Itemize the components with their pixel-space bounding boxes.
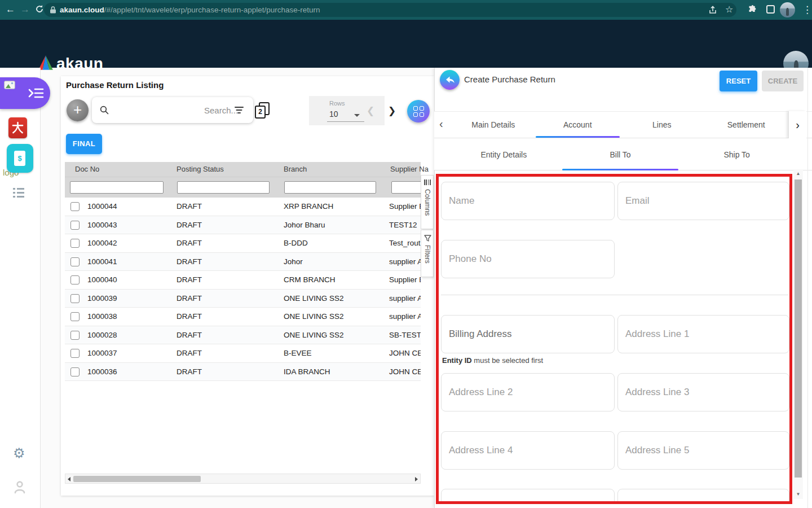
tab-lines[interactable]: Lines	[620, 112, 704, 138]
row-checkbox[interactable]	[70, 257, 80, 266]
subtab-entity-details[interactable]: Entity Details	[445, 139, 562, 170]
url-bar[interactable]: akaun.cloud/#/applet/tnt/wavelet/erp/pur…	[44, 3, 736, 17]
columns-side-tab[interactable]: Columns	[421, 175, 434, 229]
address-line-3-field[interactable]: Address Line 3	[617, 373, 789, 411]
row-checkbox[interactable]	[70, 312, 80, 321]
billing-address-label: Billing Address	[449, 329, 512, 340]
filter-input-branch[interactable]	[284, 181, 376, 194]
billing-address-field[interactable]: Billing Address	[441, 315, 615, 353]
row-checkbox[interactable]	[70, 221, 80, 230]
pages-copy-icon[interactable]: 2	[255, 102, 271, 120]
filters-side-tab[interactable]: Filters	[421, 230, 434, 277]
filter-list-icon[interactable]	[234, 107, 244, 113]
address-line-4-field[interactable]: Address Line 4	[441, 431, 615, 470]
table-row[interactable]: 1000044 DRAFT XRP BRANCH Supplier B	[65, 198, 421, 216]
cell-doc-no: 1000040	[87, 275, 117, 284]
back-button[interactable]	[440, 70, 460, 90]
table-row[interactable]: 1000028 DRAFT ONE LIVING SS2 SB-TEST2	[65, 326, 421, 345]
horizontal-scrollbar-thumb[interactable]	[73, 476, 201, 482]
browser-menu-dots-icon[interactable]: ⋮	[802, 4, 812, 16]
menu-open-icon[interactable]	[28, 87, 44, 99]
address-line-2-field[interactable]: Address Line 2	[441, 373, 615, 411]
table-row[interactable]: 1000041 DRAFT Johor supplier AA	[65, 253, 421, 271]
vertical-scrollbar[interactable]: ▲ ▼	[793, 169, 803, 499]
final-filter-button[interactable]: FINAL	[66, 134, 102, 154]
address-line-2-label: Address Line 2	[449, 387, 513, 398]
cell-supplier-name: supplier AA	[389, 312, 421, 321]
column-header-doc-no[interactable]: Doc No	[75, 165, 99, 173]
column-header-posting-status[interactable]: Posting Status	[176, 165, 224, 173]
row-checkbox[interactable]	[70, 367, 80, 376]
filter-input-doc-no[interactable]	[70, 181, 164, 194]
row-checkbox[interactable]	[70, 331, 80, 340]
table-row[interactable]: 1000039 DRAFT ONE LIVING SS2 supplier AA	[65, 290, 421, 308]
page-next-icon[interactable]: ❯	[388, 105, 396, 117]
browser-profile-avatar[interactable]	[780, 2, 795, 17]
rows-dropdown-caret-icon[interactable]	[354, 114, 360, 117]
sidebar-app-icon-red[interactable]	[8, 117, 27, 138]
share-icon[interactable]	[708, 6, 717, 15]
row-checkbox[interactable]	[70, 275, 80, 284]
filter-input-supplier-name[interactable]	[391, 181, 421, 194]
table-row[interactable]: 1000037 DRAFT B-EVEE JOHN CENA	[65, 344, 421, 363]
sidebar-list-icon[interactable]	[13, 188, 25, 200]
tabs-scroll-left-icon[interactable]: ‹	[439, 117, 443, 130]
create-button-disabled[interactable]: CREATE	[762, 71, 804, 91]
scroll-down-icon[interactable]: ▼	[793, 490, 803, 499]
row-checkbox[interactable]	[70, 239, 80, 248]
row-checkbox[interactable]	[70, 294, 80, 303]
sidebar-app-icon-billing[interactable]: $	[7, 144, 33, 173]
clipped-field-right[interactable]	[617, 489, 789, 504]
cell-supplier-name: TEST12	[389, 221, 417, 229]
page-prev-icon[interactable]: ❮	[367, 105, 374, 117]
view-grid-button[interactable]	[407, 100, 430, 122]
sidebar-logo-pill[interactable]: logo	[0, 77, 50, 109]
email-field[interactable]: Email	[617, 182, 789, 220]
filters-tab-label: Filters	[423, 245, 431, 264]
cell-posting-status: DRAFT	[176, 257, 202, 266]
app-navbar: akaun	[0, 20, 812, 68]
tab-label: Account	[563, 120, 592, 129]
horizontal-scrollbar[interactable]	[65, 474, 421, 484]
browser-panel-icon[interactable]	[766, 5, 775, 14]
cell-doc-no: 1000036	[87, 367, 117, 376]
bookmark-star-icon[interactable]: ☆	[725, 4, 733, 15]
table-row[interactable]: 1000042 DRAFT B-DDD Test_rout	[65, 234, 421, 253]
table-row[interactable]: 1000043 DRAFT Johor Bharu TEST12	[65, 216, 421, 235]
reset-button[interactable]: RESET	[720, 71, 757, 91]
address-line-1-field[interactable]: Address Line 1	[617, 315, 789, 353]
table-row[interactable]: 1000036 DRAFT IDA BRANCH JOHN CENA	[65, 363, 421, 382]
filter-input-posting-status[interactable]	[177, 181, 270, 194]
cell-posting-status: DRAFT	[176, 275, 202, 284]
extensions-puzzle-icon[interactable]	[748, 5, 757, 15]
cell-posting-status: DRAFT	[176, 312, 202, 321]
settings-gear-icon[interactable]: ⚙	[13, 445, 25, 461]
tab-account[interactable]: Account	[536, 112, 620, 138]
table-row[interactable]: 1000040 DRAFT CRM BRANCH Supplier B	[65, 271, 421, 290]
subtab-ship-to[interactable]: Ship To	[678, 139, 795, 170]
tabs-scroll-right-icon[interactable]: ›	[788, 111, 806, 138]
add-record-button[interactable]: +	[67, 99, 89, 121]
row-checkbox[interactable]	[70, 202, 80, 211]
name-field[interactable]: Name	[441, 182, 615, 220]
rows-select-underline	[327, 121, 364, 122]
browser-reload-icon[interactable]	[35, 5, 44, 14]
browser-back-icon[interactable]: ←	[6, 3, 15, 16]
phone-field[interactable]: Phone No	[441, 240, 615, 278]
scroll-up-icon[interactable]: ▲	[793, 169, 803, 178]
rows-per-page-value[interactable]: 10	[329, 110, 338, 119]
column-header-supplier-name[interactable]: Supplier Na	[390, 165, 429, 173]
panel-edge-divider	[807, 68, 808, 508]
row-checkbox[interactable]	[70, 349, 80, 358]
vertical-scrollbar-thumb[interactable]	[795, 179, 802, 478]
subtab-bill-to[interactable]: Bill To	[562, 139, 679, 170]
browser-forward-icon[interactable]: →	[20, 3, 30, 16]
profile-person-icon[interactable]	[14, 480, 26, 494]
clipped-field-left[interactable]	[441, 489, 615, 504]
address-line-5-field[interactable]: Address Line 5	[617, 431, 789, 470]
cell-branch: B-EVEE	[284, 349, 312, 357]
tab-settlement[interactable]: Settlement	[704, 112, 789, 138]
tab-main-details[interactable]: Main Details	[451, 112, 536, 138]
table-row[interactable]: 1000038 DRAFT ONE LIVING SS2 supplier AA	[65, 308, 421, 326]
column-header-branch[interactable]: Branch	[284, 165, 307, 173]
